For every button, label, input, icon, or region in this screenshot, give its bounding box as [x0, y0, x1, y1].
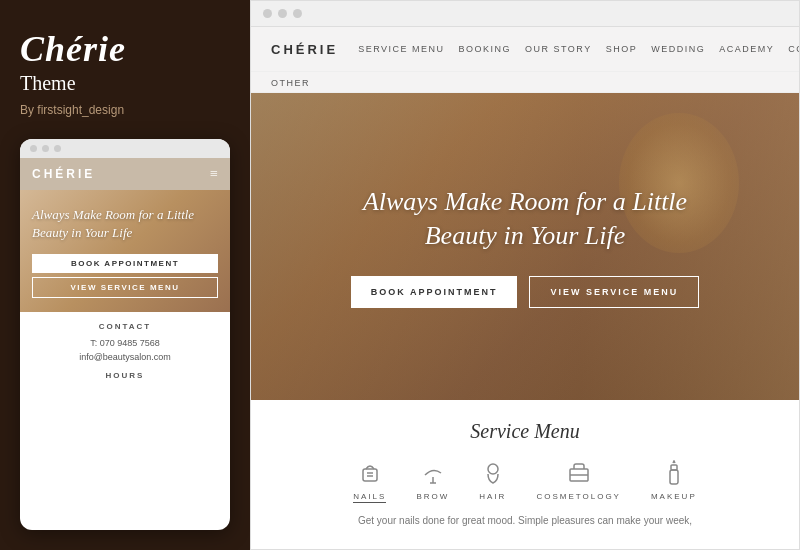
hero-section: Always Make Room for a Little Beauty in …: [251, 93, 799, 400]
mobile-contact-title: CONTACT: [32, 322, 218, 331]
hero-buttons: BOOK APPOINTMENT VIEW SERVICE MENU: [351, 276, 700, 308]
browser-dot-1: [30, 145, 37, 152]
left-panel: Chérie Theme By firstsight_design CHÉRIE…: [0, 0, 250, 550]
brand-byline: By firstsight_design: [20, 103, 230, 117]
service-item-cosmetology[interactable]: COSMETOLOGY: [536, 459, 621, 503]
mobile-browser-bar: [20, 139, 230, 158]
browser-dot-r2: [278, 9, 287, 18]
service-item-nails[interactable]: NAILS: [353, 459, 386, 503]
mobile-preview: CHÉRIE ≡ Always Make Room for a Little B…: [20, 139, 230, 530]
brow-label: BROW: [416, 492, 449, 501]
nav-shop[interactable]: SHOP: [606, 44, 638, 54]
brow-icon: [422, 459, 444, 487]
service-item-makeup[interactable]: MAKEUP: [651, 459, 697, 503]
hero-title: Always Make Room for a Little Beauty in …: [363, 185, 687, 253]
hero-title-line1: Always Make Room for a Little: [363, 187, 687, 216]
mobile-hero: Always Make Room for a Little Beauty in …: [20, 190, 230, 312]
svg-rect-9: [671, 465, 677, 470]
mobile-phone: T: 070 9485 7568: [32, 336, 218, 350]
nav-booking[interactable]: BOOKING: [458, 44, 511, 54]
nav-our-story[interactable]: OUR STORY: [525, 44, 592, 54]
service-section-title: Service Menu: [271, 420, 779, 443]
mobile-contact-section: CONTACT T: 070 9485 7568 info@beautysalo…: [20, 312, 230, 386]
brand-name: Chérie: [20, 30, 230, 70]
browser-dot-r3: [293, 9, 302, 18]
hair-icon: [483, 459, 503, 487]
browser-dot-r1: [263, 9, 272, 18]
view-service-menu-button[interactable]: VIEW SERVICE MENU: [529, 276, 699, 308]
mobile-email: info@beautysalon.com: [32, 350, 218, 364]
book-appointment-button[interactable]: BOOK APPOINTMENT: [351, 276, 518, 308]
svg-point-5: [488, 464, 498, 474]
nav-links: SERVICE MENU BOOKING OUR STORY SHOP WEDD…: [358, 44, 800, 54]
nav-row-two: OTHER: [251, 72, 799, 93]
service-description: Get your nails done for great mood. Simp…: [325, 513, 725, 529]
mobile-view-service-menu-button[interactable]: VIEW SERVICE MENU: [32, 277, 218, 298]
brand-theme: Theme: [20, 72, 230, 95]
mobile-nav: CHÉRIE ≡: [20, 158, 230, 190]
hamburger-icon[interactable]: ≡: [210, 166, 218, 182]
svg-rect-0: [363, 469, 377, 481]
service-section: Service Menu NAILS: [251, 400, 799, 549]
service-icons: NAILS BROW: [271, 459, 779, 503]
site-logo: CHÉRIE: [271, 42, 338, 57]
site-nav: CHÉRIE SERVICE MENU BOOKING OUR STORY SH…: [251, 27, 799, 72]
service-item-brow[interactable]: BROW: [416, 459, 449, 503]
nav-contact[interactable]: CONTACT: [788, 44, 800, 54]
nav-other[interactable]: OTHER: [271, 78, 310, 88]
browser-dot-2: [42, 145, 49, 152]
nav-academy[interactable]: ACADEMY: [719, 44, 774, 54]
hero-content: Always Make Room for a Little Beauty in …: [251, 93, 799, 400]
hair-label: HAIR: [479, 492, 506, 501]
browser-bar: [251, 1, 799, 27]
right-panel: CHÉRIE SERVICE MENU BOOKING OUR STORY SH…: [250, 0, 800, 550]
mobile-hero-text: Always Make Room for a Little Beauty in …: [32, 206, 218, 242]
browser-dot-3: [54, 145, 61, 152]
nails-label: NAILS: [353, 492, 386, 503]
hero-title-line2: Beauty in Your Life: [425, 221, 626, 250]
nav-service-menu[interactable]: SERVICE MENU: [358, 44, 444, 54]
service-item-hair[interactable]: HAIR: [479, 459, 506, 503]
makeup-icon: [666, 459, 682, 487]
cosmetology-icon: [567, 459, 591, 487]
mobile-logo: CHÉRIE: [32, 167, 95, 181]
makeup-label: MAKEUP: [651, 492, 697, 501]
nav-wedding[interactable]: WEDDING: [651, 44, 705, 54]
mobile-book-appointment-button[interactable]: BOOK APPOINTMENT: [32, 254, 218, 273]
cosmetology-label: COSMETOLOGY: [536, 492, 621, 501]
mobile-hours-title: HOURS: [32, 371, 218, 380]
svg-rect-8: [670, 470, 678, 484]
nails-icon: [360, 459, 380, 487]
